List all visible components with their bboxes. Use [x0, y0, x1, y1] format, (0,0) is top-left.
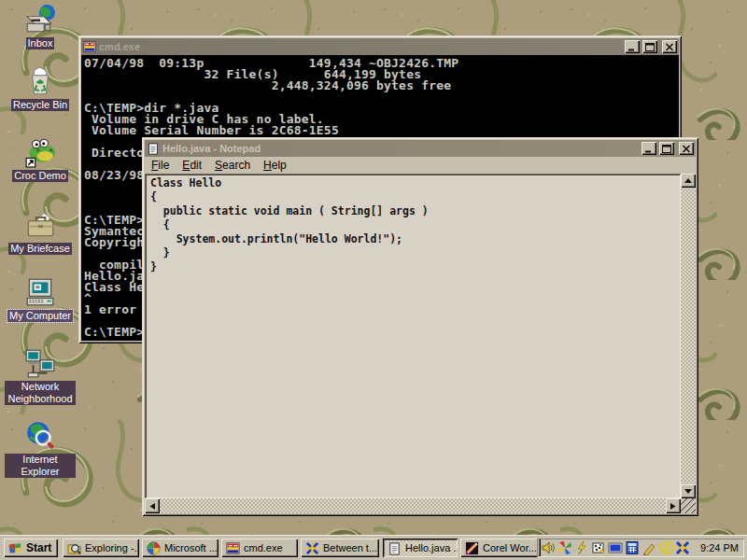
cmd-close-button[interactable] [662, 40, 677, 53]
network-neighborhood-icon [24, 347, 56, 379]
display-icon[interactable] [608, 540, 623, 555]
explorer-folder-icon [67, 541, 81, 555]
sparkle-icon [305, 541, 319, 555]
desktop-icon-label: Croc Demo [12, 170, 68, 182]
pinwheel-icon[interactable] [557, 540, 572, 555]
sparkle-icon[interactable] [675, 540, 690, 555]
desktop: Inbox Recycle Bin Croc Demo My Briefcase… [0, 0, 747, 560]
notepad-icon [388, 541, 402, 555]
taskbar-button-microsoft[interactable]: Microsoft ... [142, 539, 218, 557]
desktop-icon-label: Internet Explorer [5, 454, 76, 478]
taskbar: Start Exploring -... Microsoft ... cmd.e… [0, 535, 747, 560]
briefcase-icon [24, 209, 56, 241]
inbox-icon [24, 4, 56, 35]
internet-explorer-icon [24, 420, 56, 452]
spiral-icon[interactable] [658, 540, 673, 555]
desktop-icon-label: My Computer [7, 310, 73, 322]
notepad-window: Hello.java - Notepad File Edit Search He… [142, 137, 698, 516]
resize-grip[interactable] [681, 498, 696, 513]
menu-search[interactable]: Search [208, 158, 257, 174]
desktop-icon-croc-demo[interactable]: Croc Demo [5, 136, 76, 182]
notepad-text-content: Class Hello { public static void main ( … [150, 176, 681, 274]
notepad-text-area[interactable]: Class Hello { public static void main ( … [145, 174, 681, 498]
notepad-titlebar[interactable]: Hello.java - Notepad [145, 140, 696, 157]
desktop-icon-my-briefcase[interactable]: My Briefcase [5, 209, 76, 255]
croc-demo-icon [24, 136, 56, 168]
cmd-titlebar[interactable]: cmd.exe [81, 38, 679, 55]
menu-edit[interactable]: Edit [176, 158, 208, 174]
calculator-icon[interactable] [625, 540, 640, 555]
recycle-bin-icon [24, 65, 56, 97]
taskbar-clock[interactable]: 9:24 PM [700, 542, 740, 553]
notepad-window-title: Hello.java - Notepad [162, 143, 639, 154]
notepad-minimize-button[interactable] [641, 142, 656, 155]
taskbar-button-exploring[interactable]: Exploring -... [63, 539, 139, 557]
taskbar-button-between[interactable]: Between t... [301, 539, 379, 557]
system-tray: 9:24 PM [537, 539, 744, 557]
cmd-window-title: cmd.exe [99, 41, 622, 52]
notepad-close-button[interactable] [679, 142, 694, 155]
desktop-icon-network-neighborhood[interactable]: Network Neighborhood [5, 347, 76, 405]
microsoft-icon [147, 541, 161, 555]
taskbar-button-hello-java[interactable]: Hello.java ... [383, 539, 458, 557]
scroll-up-button[interactable] [681, 174, 696, 188]
desktop-icon-label: Network Neighborhood [5, 381, 76, 405]
desktop-icon-recycle-bin[interactable]: Recycle Bin [5, 65, 76, 111]
corel-icon [465, 541, 479, 555]
vertical-scrollbar[interactable] [681, 174, 696, 498]
desktop-icon-my-computer[interactable]: My Computer [5, 276, 76, 322]
notepad-menubar: File Edit Search Help [145, 157, 696, 174]
desktop-icon-label: Recycle Bin [11, 99, 69, 111]
windows-flag-icon [8, 541, 22, 555]
msdos-icon [226, 541, 240, 555]
msdos-icon [83, 40, 96, 53]
scroll-right-button[interactable] [666, 498, 681, 513]
notepad-icon [147, 142, 160, 155]
taskbar-button-cmd[interactable]: cmd.exe [221, 539, 298, 557]
scroll-left-button[interactable] [145, 498, 160, 513]
start-button[interactable]: Start [4, 539, 58, 557]
pen-icon[interactable] [641, 540, 656, 555]
desktop-icon-label: My Briefcase [8, 243, 72, 255]
cmd-maximize-button[interactable] [642, 40, 657, 53]
menu-help[interactable]: Help [257, 158, 293, 174]
volume-icon[interactable] [541, 540, 556, 555]
start-button-label: Start [26, 541, 51, 554]
desktop-icon-label: Inbox [26, 37, 55, 49]
horizontal-scrollbar[interactable] [145, 498, 681, 513]
my-computer-icon [24, 276, 56, 308]
cmd-minimize-button[interactable] [625, 40, 640, 53]
notepad-maximize-button[interactable] [659, 142, 674, 155]
desktop-icon-internet-explorer[interactable]: Internet Explorer [5, 420, 76, 478]
spotted-icon[interactable] [591, 540, 606, 555]
lightning-icon[interactable] [574, 540, 589, 555]
taskbar-button-corel[interactable]: Corel Wor... [460, 539, 541, 557]
desktop-icon-inbox[interactable]: Inbox [5, 4, 76, 49]
menu-file[interactable]: File [145, 158, 176, 174]
scroll-down-button[interactable] [681, 484, 696, 498]
